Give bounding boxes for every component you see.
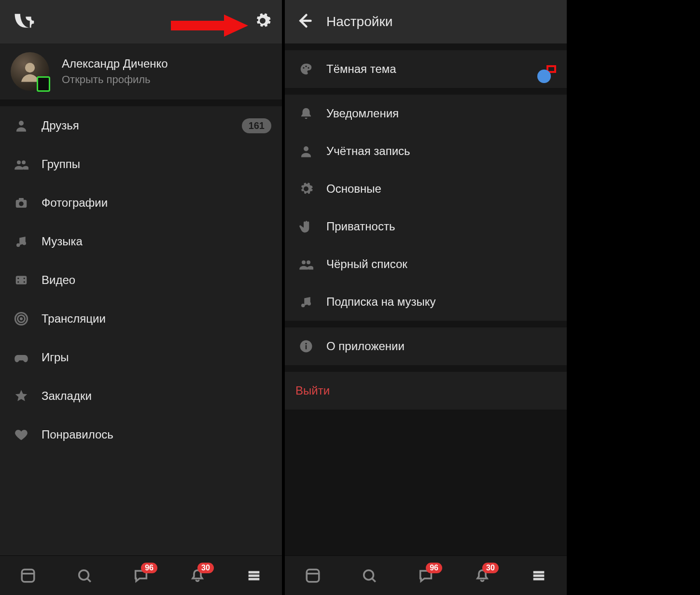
messages-badge: 96 [426,563,442,573]
group-icon [11,157,32,171]
camera-icon [11,196,32,210]
group-icon [295,257,317,271]
settings-item[interactable]: Уведомления [285,95,567,132]
vk-logo [11,13,37,31]
svg-marker-31 [224,14,248,37]
back-button[interactable] [295,12,313,31]
nav-menu[interactable] [528,567,549,584]
settings-item[interactable]: Приватность [285,208,567,245]
nav-feed[interactable] [302,567,323,584]
about-row[interactable]: О приложении [285,327,567,365]
dark-theme-row[interactable]: Тёмная тема [285,50,567,88]
highlight-box [546,65,556,73]
heart-icon [11,427,32,442]
hand-icon [295,219,317,234]
menu-item-label: Друзья [42,119,242,132]
menu-item[interactable]: Музыка [0,222,282,261]
gear-icon [295,182,317,196]
settings-item-label: Чёрный список [326,257,556,271]
profile-row[interactable]: Александр Диченко Открыть профиль [0,43,282,106]
games-icon [11,350,32,365]
palette-icon [295,62,317,76]
about-label: О приложении [326,340,556,353]
count-badge: 161 [242,118,271,133]
nav-search[interactable] [359,567,380,584]
settings-item[interactable]: Основные [285,170,567,208]
bottom-nav: 96 30 [285,555,567,595]
menu-item[interactable]: Закладки [0,377,282,415]
avatar [11,52,49,91]
music-icon [11,234,32,249]
settings-item[interactable]: Подписка на музыку [285,283,567,321]
settings-header: Настройки [285,0,567,43]
nav-messages[interactable]: 96 [415,567,436,584]
settings-item-label: Основные [326,182,556,196]
notifications-badge: 30 [197,563,214,573]
nav-feed[interactable] [17,567,39,584]
menu-item-label: Фотографии [42,196,271,210]
settings-item-label: Учётная запись [326,144,556,158]
menu-item[interactable]: Понравилось [0,415,282,454]
menu-item-label: Музыка [42,235,271,248]
nav-notifications[interactable]: 30 [472,567,493,584]
header [0,0,282,43]
menu-item-label: Закладки [42,389,271,403]
menu-item-label: Видео [42,273,271,287]
svg-rect-30 [171,21,224,30]
video-icon [11,273,32,287]
menu-item[interactable]: Трансляции [0,299,282,338]
broadcast-icon [11,312,32,326]
music-icon [295,295,317,309]
notifications-badge: 30 [482,563,499,573]
logout-label: Выйти [295,384,330,397]
profile-subtitle: Открыть профиль [62,73,168,86]
nav-notifications[interactable]: 30 [187,567,208,584]
menu-item-label: Игры [42,351,271,364]
annotation-arrow [171,14,248,37]
person-icon [295,144,317,158]
settings-button[interactable] [254,12,271,31]
settings-title: Настройки [326,14,392,29]
settings-item[interactable]: Чёрный список [285,245,567,283]
nav-messages[interactable]: 96 [130,567,152,584]
settings-list: УведомленияУчётная записьОсновныеПриватн… [285,95,567,321]
menu-item[interactable]: Видео [0,261,282,299]
menu-list: Друзья161ГруппыФотографииМузыкаВидеоТран… [0,106,282,555]
toggle-knob [537,70,551,83]
nav-menu[interactable] [243,567,265,584]
person-icon [11,118,32,133]
bottom-nav: 96 30 [0,555,282,595]
settings-item-label: Подписка на музыку [326,295,556,309]
menu-item[interactable]: Фотографии [0,184,282,222]
menu-item[interactable]: Группы [0,145,282,184]
menu-item[interactable]: Игры [0,338,282,377]
menu-screen: Александр Диченко Открыть профиль Друзья… [0,0,285,595]
profile-name: Александр Диченко [62,57,168,71]
menu-item-label: Группы [42,157,271,171]
menu-item-label: Понравилось [42,428,271,441]
messages-badge: 96 [141,563,157,573]
nav-search[interactable] [74,567,95,584]
menu-item-label: Трансляции [42,312,271,326]
settings-item-label: Уведомления [326,107,556,120]
menu-item[interactable]: Друзья161 [0,106,282,145]
dark-theme-label: Тёмная тема [326,62,546,76]
settings-item[interactable]: Учётная запись [285,132,567,170]
settings-screen: Настройки Тёмная тема УведомленияУчётная… [285,0,570,595]
logout-row[interactable]: Выйти [285,372,567,410]
star-icon [11,389,32,403]
bell-icon [295,106,317,121]
settings-item-label: Приватность [326,220,556,233]
svg-point-32 [25,63,35,72]
info-icon [295,339,317,354]
